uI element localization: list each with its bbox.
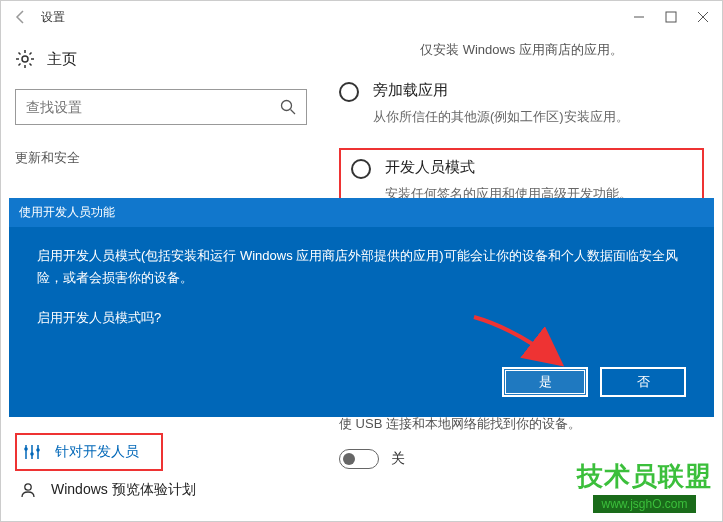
toggle-switch[interactable] [339,449,379,469]
radio-label: 开发人员模式 [385,158,475,177]
radio-icon [351,159,371,179]
search-input[interactable] [26,99,280,115]
window-controls [632,10,710,24]
svg-point-10 [36,448,40,452]
sidebar-item-label: 针对开发人员 [55,443,139,461]
home-link[interactable]: 主页 [15,49,307,69]
dialog-question: 启用开发人员模式吗? [37,309,686,327]
close-button[interactable] [696,10,710,24]
home-label: 主页 [47,50,77,69]
maximize-button[interactable] [664,10,678,24]
no-button[interactable]: 否 [600,367,686,397]
back-button[interactable] [9,5,33,29]
svg-point-3 [282,101,292,111]
watermark: 技术员联盟 www.jsghO.com [577,459,712,513]
radio-icon [339,82,359,102]
window-title: 设置 [41,9,632,26]
radio-sideload[interactable]: 旁加载应用 [339,81,704,102]
radio-devmode[interactable]: 开发人员模式 [351,158,692,179]
minimize-button[interactable] [632,10,646,24]
svg-point-9 [30,452,34,456]
sliders-icon [23,443,41,461]
window-titlebar: 设置 [1,1,722,33]
yes-button[interactable]: 是 [502,367,588,397]
store-hint: 仅安装 Windows 应用商店的应用。 [339,41,704,59]
gear-icon [15,49,35,69]
radio-desc: 从你所信任的其他源(例如工作区)安装应用。 [373,108,704,126]
sidebar-item-for-developers[interactable]: 针对开发人员 [15,433,163,471]
dialog-message: 启用开发人员模式(包括安装和运行 Windows 应用商店外部提供的应用)可能会… [37,245,686,289]
dialog-title: 使用开发人员功能 [9,198,714,227]
search-box[interactable] [15,89,307,125]
toggle-label: 关 [391,450,405,468]
svg-rect-1 [666,12,676,22]
watermark-text: 技术员联盟 [577,459,712,494]
search-icon [280,99,296,115]
watermark-url: www.jsghO.com [593,495,695,513]
radio-label: 旁加载应用 [373,81,448,100]
usb-text: 使 USB 连接和本地网络能找到你的设备。 [339,415,704,433]
sidebar-item-insider[interactable]: Windows 预览体验计划 [15,471,307,509]
section-title: 更新和安全 [15,149,307,167]
svg-point-2 [22,56,28,62]
sidebar-item-label: Windows 预览体验计划 [51,481,196,499]
svg-point-8 [24,447,28,451]
person-icon [19,481,37,499]
svg-point-11 [25,484,31,490]
svg-line-4 [291,110,296,115]
confirm-dialog: 使用开发人员功能 启用开发人员模式(包括安装和运行 Windows 应用商店外部… [9,198,714,417]
